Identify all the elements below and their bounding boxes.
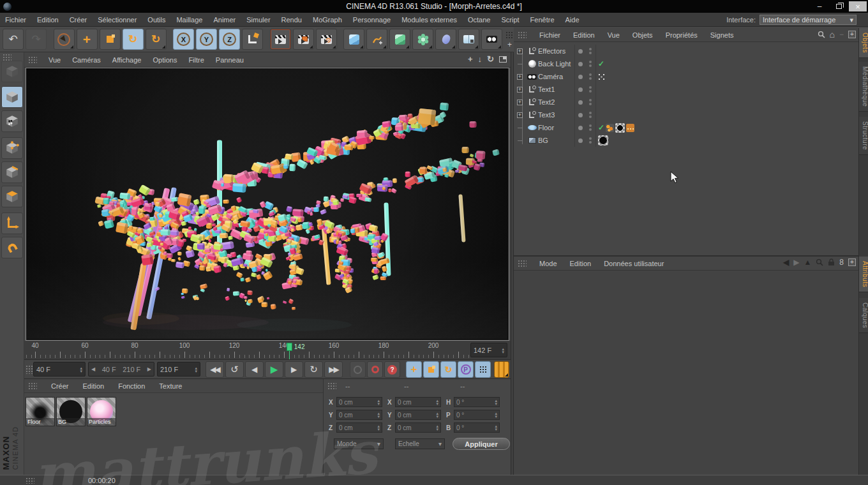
- edge-mode-button[interactable]: [1, 161, 23, 183]
- prev-frame-button[interactable]: ◀: [245, 361, 264, 378]
- object-label[interactable]: Back Light: [538, 60, 574, 68]
- object-label[interactable]: BG: [538, 137, 574, 144]
- key-rotation-toggle[interactable]: ↻: [440, 361, 456, 378]
- viewport-menu-vue[interactable]: Vue: [49, 56, 61, 64]
- point-mode-button[interactable]: [1, 137, 23, 159]
- primitive-cube-button[interactable]: [343, 29, 364, 50]
- visibility-dot[interactable]: [589, 141, 592, 144]
- object-label[interactable]: Text3: [538, 111, 574, 119]
- position-x-field[interactable]: 0 cm▴▾: [336, 397, 382, 407]
- tab-mediatheque[interactable]: Médiathèque: [859, 62, 868, 112]
- viewport-menu-panneau[interactable]: Panneau: [216, 56, 244, 64]
- drag-grip[interactable]: [26, 477, 34, 484]
- spline-button[interactable]: [366, 29, 387, 50]
- current-frame-field[interactable]: 142 F ▴▾: [470, 343, 507, 357]
- menu-edition[interactable]: Edition: [37, 16, 59, 24]
- collapse-icon[interactable]: −: [839, 31, 844, 38]
- drag-grip[interactable]: [327, 382, 336, 390]
- object-row-floor[interactable]: Floor ✓: [514, 121, 858, 134]
- am-menu-edition[interactable]: Edition: [570, 260, 592, 267]
- visibility-dot[interactable]: [589, 116, 592, 118]
- texture-mode-button[interactable]: [1, 110, 23, 132]
- om-menu-edition[interactable]: Edition: [573, 31, 595, 39]
- deformer-button[interactable]: [435, 29, 456, 50]
- size-x-field[interactable]: 0 cm▴▾: [395, 397, 441, 407]
- om-menu-signets[interactable]: Signets: [710, 31, 734, 39]
- om-menu-fichier[interactable]: Fichier: [539, 31, 560, 39]
- timeline-ruler[interactable]: 406080100120140160180200 142 142 F ▴▾: [24, 341, 511, 360]
- render-settings-button[interactable]: ⚙: [316, 29, 337, 50]
- menu-maillage[interactable]: Maillage: [176, 16, 202, 24]
- snap-grid-icon[interactable]: [505, 31, 514, 40]
- om-menu-vue[interactable]: Vue: [608, 31, 620, 39]
- visibility-dot[interactable]: [589, 103, 592, 105]
- layer-dot[interactable]: [578, 113, 583, 117]
- scale-button[interactable]: [100, 29, 121, 50]
- object-row-back-light[interactable]: Back Light ✓: [514, 57, 858, 70]
- x-axis-lock-button[interactable]: X: [173, 29, 194, 50]
- object-label[interactable]: Caméra: [538, 73, 574, 80]
- apply-button[interactable]: Appliquer: [453, 438, 510, 450]
- materials-menu-texture[interactable]: Texture: [159, 382, 182, 390]
- render-to-picture-button[interactable]: [293, 29, 314, 50]
- menu-fenetre[interactable]: Fenêtre: [530, 16, 555, 24]
- expand-icon[interactable]: +: [517, 74, 523, 80]
- record-button[interactable]: [350, 361, 366, 378]
- enabled-check-icon[interactable]: ✓: [598, 59, 604, 68]
- viewport-menu-options[interactable]: Options: [153, 56, 177, 64]
- stepper-icon[interactable]: ▴▾: [499, 347, 504, 354]
- om-menu-proprietes[interactable]: Propriétés: [666, 31, 698, 39]
- z-axis-lock-button[interactable]: Z: [219, 29, 240, 50]
- position-z-field[interactable]: 0 cm▴▾: [336, 422, 382, 433]
- key-pla-toggle[interactable]: [475, 361, 491, 378]
- range-right-icon[interactable]: ▶: [147, 366, 151, 372]
- goto-end-button[interactable]: ▶▶: [324, 361, 343, 378]
- drag-grip[interactable]: [28, 382, 37, 390]
- close-button[interactable]: ×: [849, 1, 867, 11]
- axis-mode-button[interactable]: [1, 213, 23, 234]
- expand-icon[interactable]: +: [517, 100, 523, 105]
- am-menu-donnees[interactable]: Données utilisateur: [604, 260, 664, 267]
- texture-tag-icon[interactable]: [598, 135, 608, 146]
- visibility-dot[interactable]: [589, 124, 592, 127]
- timeline-playhead[interactable]: [287, 343, 292, 351]
- visibility-dot[interactable]: [589, 99, 592, 101]
- visibility-dot[interactable]: [589, 52, 592, 54]
- object-row-text1[interactable]: + Text1: [514, 83, 858, 96]
- size-z-field[interactable]: 0 cm▴▾: [395, 422, 441, 433]
- visibility-dot[interactable]: [589, 64, 592, 67]
- menu-modules-externes[interactable]: Modules externes: [401, 16, 457, 24]
- layer-dot[interactable]: [578, 100, 583, 105]
- model-mode-button[interactable]: [1, 86, 23, 108]
- rotate-button[interactable]: ↻: [123, 29, 144, 50]
- drag-grip[interactable]: [28, 56, 37, 64]
- move-button[interactable]: +: [77, 29, 98, 50]
- redo-button[interactable]: ↷: [26, 29, 47, 50]
- materials-menu-fonction[interactable]: Fonction: [118, 382, 145, 390]
- viewport-menu-filtre[interactable]: Filtre: [188, 56, 204, 64]
- size-y-field[interactable]: 0 cm▴▾: [395, 410, 441, 420]
- key-parameter-toggle[interactable]: P: [458, 361, 474, 378]
- visibility-dot[interactable]: [589, 48, 592, 50]
- key-scale-toggle[interactable]: [423, 361, 439, 378]
- viewport-3d[interactable]: [26, 68, 509, 341]
- texture-tag-icon[interactable]: [615, 123, 625, 133]
- drag-grip[interactable]: [26, 365, 33, 374]
- object-row-effectors[interactable]: + Effectors: [514, 45, 858, 57]
- next-key-button[interactable]: ↻: [304, 361, 323, 378]
- material-floor[interactable]: Floor: [26, 397, 55, 426]
- goto-start-button[interactable]: ◀◀: [206, 361, 224, 378]
- orbit-view-icon[interactable]: ↻: [487, 54, 494, 64]
- start-frame-field[interactable]: 40 F ▴▾: [33, 362, 86, 377]
- snap-mode-button[interactable]: [1, 237, 23, 258]
- home-icon[interactable]: ⌂: [830, 30, 835, 39]
- visibility-dot[interactable]: [589, 61, 592, 63]
- minimize-button[interactable]: –: [811, 1, 828, 11]
- enabled-check-icon[interactable]: ✓: [598, 123, 604, 132]
- am-menu-mode[interactable]: Mode: [539, 260, 557, 267]
- menu-creer[interactable]: Créer: [70, 16, 87, 24]
- layer-dot[interactable]: [578, 49, 583, 54]
- materials-menu-creer[interactable]: Créer: [51, 382, 69, 390]
- restore-button[interactable]: [830, 1, 848, 11]
- polygon-mode-button[interactable]: [1, 186, 23, 207]
